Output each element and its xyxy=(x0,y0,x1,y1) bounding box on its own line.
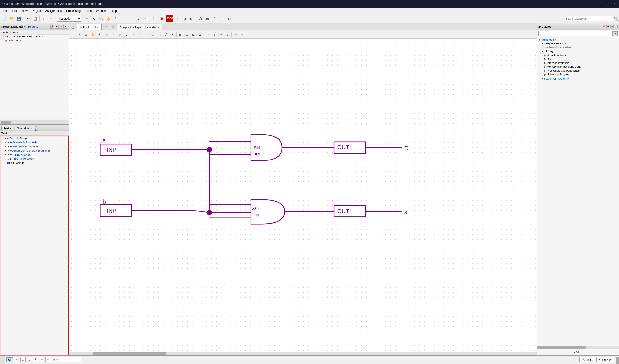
task-row-assembler[interactable]: ✓ ▶ ▶ Assembler (Generate programm xyxy=(0,148,68,153)
nav-scrollbar[interactable] xyxy=(0,120,69,125)
task-row-compile-design[interactable]: ✓ ▶ ▶ Compile Design xyxy=(0,136,68,140)
sch-rect-btn[interactable]: □ xyxy=(150,31,156,38)
task-play-analysis[interactable]: ▶ xyxy=(10,141,12,144)
project-selector[interactable]: halfadder xyxy=(57,16,81,22)
ip-min-icon[interactable]: − xyxy=(606,25,610,28)
connect-button[interactable]: ⤴ xyxy=(150,15,157,22)
canvas-scrollbar-h-thumb[interactable] xyxy=(93,352,166,355)
tab-bdf[interactable]: halfadder.bdf × xyxy=(77,24,101,30)
tasks-minimize-button[interactable]: − xyxy=(35,125,39,128)
find-button[interactable]: 🔍 Find... xyxy=(579,357,595,362)
tab-report[interactable]: Compilation Report - halfadder × xyxy=(116,24,162,30)
task-row-eda[interactable]: ✓ ▶ ▶ EDA Netlist Writer xyxy=(0,157,68,161)
messages-filter-input[interactable] xyxy=(45,357,81,362)
search-altera-input[interactable] xyxy=(565,16,613,21)
symbol-button[interactable]: ◇ xyxy=(143,15,150,22)
ip-dsp[interactable]: ▷ DSP xyxy=(537,57,619,61)
sch-wire-btn[interactable]: ⌐ xyxy=(111,31,117,38)
sch-bus-btn[interactable]: ⌐ xyxy=(117,31,123,38)
sch-rotate-btn[interactable]: ↺ xyxy=(218,31,224,38)
tasks-maximize-button[interactable]: □ xyxy=(35,128,39,131)
messages-scrollbar-v[interactable] xyxy=(616,356,619,364)
sch-bus-pin-btn[interactable]: ⊐ xyxy=(197,31,203,38)
msg-error-btn[interactable]: ✕ xyxy=(14,357,19,362)
sch-hand-btn[interactable]: ✋ xyxy=(89,31,96,38)
menu-file[interactable]: File xyxy=(1,9,9,13)
select-button[interactable]: A xyxy=(112,15,119,22)
task-expand-timing[interactable]: ▶ xyxy=(8,154,9,156)
task-row-settings[interactable]: ✓ ▶ ■ Edit Settings xyxy=(0,161,68,165)
msg-filter-icon-btn[interactable]: ▽ xyxy=(39,357,44,362)
paste-button[interactable]: 📋 xyxy=(32,15,39,22)
ip-pin-icon[interactable]: 📌 xyxy=(601,25,606,28)
task-row-fitter[interactable]: ✓ ▶ ▶ Fitter (Place & Route) xyxy=(0,144,68,148)
task-play-eda[interactable]: ▶ xyxy=(10,157,12,160)
sch-ellipse-btn[interactable]: ○ xyxy=(156,31,163,38)
hierarchy-tab[interactable]: Hierarchy xyxy=(27,25,38,28)
msg-info-btn[interactable]: ℹ xyxy=(33,357,38,362)
task-play-compile[interactable]: ▶ xyxy=(7,137,9,140)
canvas-scrollbar-h[interactable] xyxy=(69,352,537,355)
sch-select-btn[interactable]: ↖ xyxy=(76,31,83,38)
ip-scrollbar-thumb[interactable] xyxy=(537,346,586,349)
back-button[interactable]: ◁ xyxy=(181,15,188,22)
sch-arc-btn[interactable]: ⌒ xyxy=(137,31,143,38)
sch-elbow-btn[interactable]: ⌐ xyxy=(130,31,136,38)
maximize-button[interactable]: □ xyxy=(606,2,610,6)
forward-button[interactable]: ▷ xyxy=(188,15,195,22)
pointer-button[interactable]: ↖ xyxy=(90,15,97,22)
ip-max-icon[interactable]: □ xyxy=(610,25,614,28)
menu-edit[interactable]: Edit xyxy=(10,9,19,13)
sch-redo-btn[interactable]: ↪ xyxy=(239,31,245,38)
tasks-tab[interactable]: Tasks xyxy=(1,126,13,130)
nav-minimize-button[interactable]: − xyxy=(55,25,58,28)
ip-processors[interactable]: ▷ Processors and Peripherals xyxy=(537,69,619,72)
sch-text-btn[interactable]: A xyxy=(96,31,102,38)
menu-processing[interactable]: Processing xyxy=(64,9,83,13)
ip-scrollbar[interactable] xyxy=(537,346,619,349)
task-play-timing[interactable]: ▶ xyxy=(10,153,12,156)
task-play-fitter[interactable]: ▶ xyxy=(10,145,12,148)
chip-planner-button[interactable]: ⬡ xyxy=(197,15,204,22)
messages-scrollbar-v-thumb[interactable] xyxy=(616,356,619,364)
tab-nav-right[interactable]: ▷ xyxy=(109,24,116,30)
sch-flip-h-btn[interactable]: ↔ xyxy=(205,31,211,38)
sch-symbol-btn[interactable]: ⌐ xyxy=(104,31,110,38)
tab-nav-left[interactable]: ◁ xyxy=(102,24,109,30)
msg-warning-btn[interactable]: ▲ xyxy=(20,357,26,362)
task-play-assembler[interactable]: ▶ xyxy=(10,149,12,152)
sch-arrow-btn[interactable]: → xyxy=(143,31,149,38)
tab-bdf-close[interactable]: × xyxy=(97,26,99,28)
task-row-timing[interactable]: ✓ ▶ ▶ Timing Analysis xyxy=(0,153,68,157)
ip-close-icon[interactable]: × xyxy=(614,25,618,28)
task-row-analysis[interactable]: ✓ ▶ ▶ Analysis & Synthesis xyxy=(0,140,68,144)
route-button[interactable]: ⊏ xyxy=(121,15,128,22)
undo-button[interactable]: ↩ xyxy=(41,15,47,22)
sch-partial-line-btn[interactable]: L xyxy=(124,31,130,38)
sch-zoom-select-btn[interactable]: ⊞ xyxy=(83,31,89,38)
save-button[interactable]: 💾 xyxy=(15,15,22,22)
hand-button[interactable]: ✋ xyxy=(105,15,112,22)
find-next-button[interactable]: ⟫ Find Next xyxy=(596,357,614,362)
ip-interface-protocols[interactable]: ▷ Interface Protocols xyxy=(537,61,619,65)
start-analysis-button[interactable]: ▷ xyxy=(174,15,180,22)
ip-memory-interfaces[interactable]: ▷ Memory Interfaces and Cont xyxy=(537,65,619,69)
ip-library[interactable]: ▼ Library xyxy=(537,49,619,53)
compile-button[interactable]: ▶ xyxy=(159,15,166,22)
stop-button[interactable]: STOP xyxy=(166,15,173,22)
ip-project-directory[interactable]: ▼ Project Directory xyxy=(537,42,619,45)
minimize-button[interactable]: − xyxy=(600,2,604,6)
compilation-tab[interactable]: Compilation xyxy=(14,126,34,130)
wire-button[interactable]: ⌐ xyxy=(128,15,135,22)
device-tree-item[interactable]: ⚠ Cyclone IV E: EP4CE115F29C7 xyxy=(0,35,69,38)
sch-flip-v-btn[interactable]: ↕ xyxy=(211,31,218,38)
task-expand-analysis[interactable]: ▶ xyxy=(8,141,9,144)
nav-pin-button[interactable]: 📌 xyxy=(50,25,54,28)
sch-line-btn[interactable]: ╱ xyxy=(163,31,169,38)
menu-help[interactable]: Help xyxy=(109,9,119,13)
ip-basic-functions[interactable]: ▷ Basic Functions xyxy=(537,53,619,57)
zoom-button[interactable]: 🔍 xyxy=(98,15,104,22)
sch-undo-btn[interactable]: ↩ xyxy=(232,31,239,38)
sch-bus-tap-btn[interactable]: ⊡ xyxy=(184,31,190,38)
menu-project[interactable]: Project xyxy=(30,9,43,13)
